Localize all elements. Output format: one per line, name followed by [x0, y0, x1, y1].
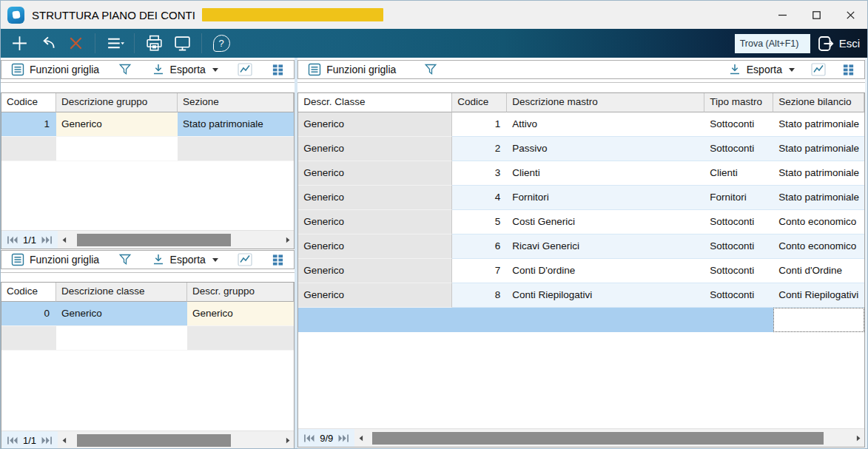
grid-cell[interactable]: [1, 137, 56, 161]
grid-cell[interactable]: Generico: [298, 283, 452, 308]
export-button[interactable]: Esporta: [152, 63, 218, 76]
grid-cell[interactable]: Clienti: [507, 161, 704, 186]
horizontal-scrollbar[interactable]: [58, 231, 294, 249]
last-page-button[interactable]: [41, 235, 53, 245]
grid-cell[interactable]: Stato patrimoniale: [773, 137, 864, 161]
grid-cell[interactable]: Conti D'ordine: [507, 259, 704, 283]
grid-cell[interactable]: Conto economico: [773, 210, 864, 234]
scrollbar-thumb[interactable]: [77, 434, 231, 447]
scroll-left-arrow[interactable]: [354, 435, 366, 442]
filter-button[interactable]: [118, 63, 132, 76]
column-header[interactable]: Codice: [452, 93, 507, 112]
scrollbar-thumb[interactable]: [77, 234, 231, 246]
grid-cell[interactable]: Generico: [298, 186, 452, 210]
maximize-button[interactable]: [799, 1, 833, 29]
grid-cell[interactable]: Generico: [187, 302, 294, 326]
column-header[interactable]: Descr. gruppo: [187, 283, 294, 302]
filter-button[interactable]: [118, 253, 132, 266]
scrollbar-track[interactable]: [366, 429, 852, 447]
grid-cell[interactable]: Generico: [298, 137, 452, 161]
grid-cell[interactable]: Fornitori: [704, 186, 773, 210]
last-page-button[interactable]: [338, 433, 349, 443]
grid-cell[interactable]: [56, 326, 187, 351]
grid-cell[interactable]: Generico: [56, 112, 178, 137]
undo-button[interactable]: [33, 29, 61, 58]
grid-functions-button[interactable]: Funzioni griglia: [11, 253, 99, 266]
menu-button[interactable]: [101, 29, 129, 58]
grid-cell[interactable]: 8: [452, 283, 507, 308]
column-header[interactable]: Descrizione mastro: [507, 93, 704, 112]
scroll-right-arrow[interactable]: [282, 237, 294, 243]
grid-cell[interactable]: Sottoconti: [704, 210, 773, 234]
column-header[interactable]: Codice: [1, 93, 56, 112]
column-header[interactable]: Descr. Classe: [298, 93, 452, 112]
horizontal-scrollbar[interactable]: [58, 431, 294, 449]
scrollbar-thumb[interactable]: [372, 432, 824, 445]
column-header[interactable]: Sezione bilancio: [773, 93, 864, 112]
first-page-button[interactable]: [7, 235, 18, 245]
grid-cell[interactable]: Generico: [298, 161, 452, 186]
grid-cell[interactable]: 3: [452, 161, 507, 186]
print-button[interactable]: [140, 29, 168, 58]
help-button[interactable]: ?: [207, 29, 235, 58]
grid-cell[interactable]: [178, 137, 294, 161]
column-header[interactable]: Sezione: [178, 93, 294, 112]
grid-cell[interactable]: Stato patrimoniale: [178, 112, 294, 137]
export-button[interactable]: Esporta: [728, 63, 795, 76]
layout-button[interactable]: [272, 64, 284, 76]
layout-button[interactable]: [272, 254, 284, 266]
grid-cell[interactable]: [298, 308, 452, 332]
grid-cell[interactable]: Conto economico: [773, 234, 864, 259]
grid-cell[interactable]: 6: [452, 234, 507, 259]
grid-cell[interactable]: 0: [1, 302, 56, 326]
grid-cell[interactable]: [1, 326, 56, 351]
grid-cell[interactable]: Stato patrimoniale: [773, 186, 864, 210]
scroll-right-arrow[interactable]: [282, 437, 294, 444]
grid-cell[interactable]: 5: [452, 210, 507, 234]
column-header[interactable]: Tipo mastro: [704, 93, 773, 112]
grid-cell[interactable]: Costi Generici: [507, 210, 704, 234]
find-input[interactable]: Trova (Alt+F1): [735, 34, 810, 53]
chart-button[interactable]: [238, 63, 252, 76]
column-header[interactable]: Descrizione gruppo: [56, 93, 178, 112]
grid-cell[interactable]: Sottoconti: [704, 283, 773, 308]
filter-button[interactable]: [424, 63, 437, 76]
chart-button[interactable]: [811, 63, 826, 76]
horizontal-scrollbar[interactable]: [354, 429, 864, 447]
grid-cell[interactable]: Conti d'Ordine: [773, 259, 864, 283]
scrollbar-track[interactable]: [70, 231, 282, 249]
new-button[interactable]: [5, 29, 33, 58]
layout-button[interactable]: [842, 64, 855, 76]
grid-cell[interactable]: Generico: [298, 210, 452, 234]
chart-button[interactable]: [238, 253, 252, 266]
grid-cell[interactable]: Attivo: [507, 112, 704, 137]
grid-cell[interactable]: Generico: [56, 302, 187, 326]
grid-functions-button[interactable]: Funzioni griglia: [11, 63, 99, 76]
scroll-left-arrow[interactable]: [58, 437, 70, 444]
grid-cell[interactable]: Clienti: [704, 161, 773, 186]
grid-cell[interactable]: Sottoconti: [704, 234, 773, 259]
grid-cell[interactable]: Stato patrimoniale: [773, 161, 864, 186]
grid-cell[interactable]: 2: [452, 137, 507, 161]
grid-cell[interactable]: Sottoconti: [704, 259, 773, 283]
scroll-left-arrow[interactable]: [58, 237, 70, 243]
grid-cell[interactable]: Sottoconti: [704, 137, 773, 161]
grid-cell[interactable]: [452, 308, 507, 332]
grid-cell[interactable]: [507, 308, 704, 332]
grid-functions-button[interactable]: Funzioni griglia: [308, 63, 396, 76]
column-header[interactable]: Codice: [1, 283, 56, 302]
grid-cell[interactable]: Generico: [298, 112, 452, 137]
grid-cell[interactable]: Generico: [298, 259, 452, 283]
grid-cell[interactable]: Ricavi Generici: [507, 234, 704, 259]
grid-cell[interactable]: [704, 308, 773, 332]
scroll-right-arrow[interactable]: [852, 435, 864, 442]
grid-cell[interactable]: 7: [452, 259, 507, 283]
close-button[interactable]: [833, 1, 867, 29]
column-header[interactable]: Descrizione classe: [56, 283, 187, 302]
export-button[interactable]: Esporta: [152, 253, 218, 266]
grid-cell[interactable]: [56, 137, 178, 161]
grid-cell[interactable]: 1: [1, 112, 56, 137]
grid-cell[interactable]: Conti Riepilogativi: [507, 283, 704, 308]
scrollbar-track[interactable]: [70, 431, 282, 449]
grid-cell[interactable]: Generico: [298, 234, 452, 259]
